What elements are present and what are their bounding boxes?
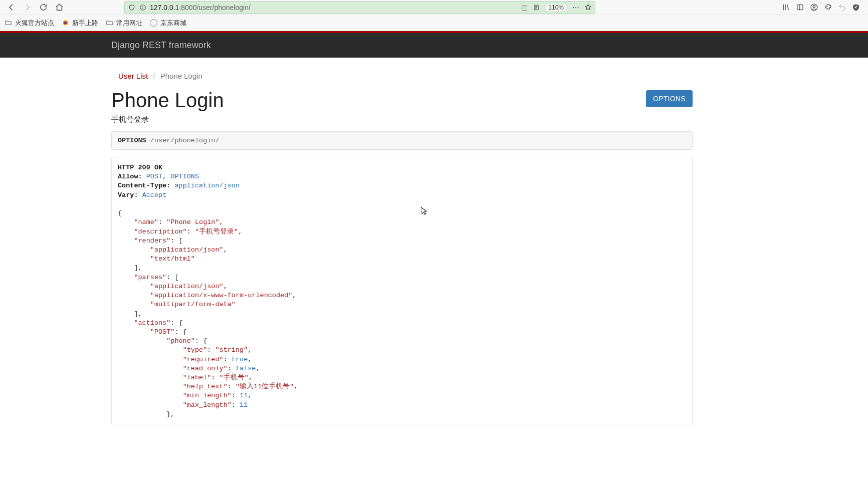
bookmark-item-jd[interactable]: 京东商城	[149, 19, 186, 28]
drf-navbar: Django REST framework	[0, 33, 868, 58]
content: User List / Phone Login Phone Login 手机号登…	[111, 58, 693, 425]
svg-rect-4	[797, 5, 802, 10]
svg-point-6	[813, 6, 815, 8]
svg-rect-2	[142, 7, 143, 9]
extension-icon[interactable]	[823, 3, 833, 13]
breadcrumb-link-userlist[interactable]: User List	[118, 72, 148, 80]
url-bar[interactable]: 127.0.0.1:8000/user/phonelogin/ ▥ 110% ⋯	[124, 1, 595, 14]
sidebar-icon[interactable]	[795, 3, 805, 13]
folder-icon	[105, 19, 113, 27]
firefox-icon	[61, 19, 69, 27]
page-subtitle: 手机号登录	[111, 115, 224, 124]
bookmark-item-common[interactable]: 常用网址	[105, 19, 142, 28]
reader-view-icon[interactable]	[532, 4, 540, 12]
arrow-left-icon	[7, 3, 16, 12]
bookmark-label: 京东商城	[160, 19, 186, 28]
svg-point-8	[64, 22, 67, 24]
toolbar-right	[781, 3, 864, 13]
nav-forward-button[interactable]	[20, 1, 34, 14]
bookmark-item-firefox[interactable]: 火狐官方站点	[4, 19, 54, 28]
navbar-brand-link[interactable]: Django REST framework	[111, 40, 211, 51]
breadcrumb-current: Phone Login	[160, 72, 202, 80]
bookmark-label: 火狐官方站点	[15, 19, 54, 28]
breadcrumb: User List / Phone Login	[118, 72, 693, 80]
bookmark-label: 常用网址	[116, 19, 142, 28]
zoom-badge[interactable]: 110%	[544, 3, 568, 12]
nav-reload-button[interactable]	[36, 1, 50, 14]
svg-point-1	[142, 6, 143, 6]
bookmark-label: 新手上路	[72, 19, 98, 28]
request-method: OPTIONS	[118, 137, 146, 144]
bookmarks-bar: 火狐官方站点 新手上路 常用网址 京东商城	[0, 15, 868, 31]
library-icon[interactable]	[781, 3, 791, 13]
nav-home-button[interactable]	[52, 1, 66, 14]
site-info-icon[interactable]	[139, 4, 147, 12]
breadcrumb-separator: /	[153, 72, 155, 80]
urlbar-right: ▥ 110% ⋯	[520, 3, 592, 12]
bookmark-item-getting-started[interactable]: 新手上路	[61, 19, 98, 28]
page-actions-icon[interactable]: ⋯	[572, 4, 580, 12]
browser-toolbar: 127.0.0.1:8000/user/phonelogin/ ▥ 110% ⋯	[0, 0, 868, 15]
page-title: Phone Login	[111, 89, 224, 112]
arrow-right-icon	[23, 3, 32, 12]
response-pretty: HTTP 200 OK Allow: POST, OPTIONS Content…	[118, 163, 686, 419]
url-text: 127.0.0.1:8000/user/phonelogin/	[150, 4, 251, 12]
home-icon	[55, 3, 64, 12]
qr-icon[interactable]: ▥	[520, 4, 528, 12]
response-block: HTTP 200 OK Allow: POST, OPTIONS Content…	[111, 157, 693, 425]
undo-icon[interactable]	[837, 3, 847, 13]
tracking-shield-icon	[128, 4, 136, 12]
request-info: OPTIONS /user/phonelogin/	[111, 131, 693, 150]
nav-back-button[interactable]	[4, 1, 18, 14]
reload-icon	[39, 3, 48, 12]
account-icon[interactable]	[809, 3, 819, 13]
page: Django REST framework User List / Phone …	[0, 31, 868, 425]
options-button[interactable]: OPTIONS	[646, 90, 693, 107]
security-shield-icon[interactable]	[851, 3, 861, 13]
globe-icon	[149, 19, 157, 27]
folder-icon	[4, 19, 12, 27]
page-header: Phone Login 手机号登录 OPTIONS	[111, 89, 693, 131]
request-path: /user/phonelogin/	[150, 137, 220, 144]
bookmark-star-icon[interactable]	[584, 4, 592, 12]
